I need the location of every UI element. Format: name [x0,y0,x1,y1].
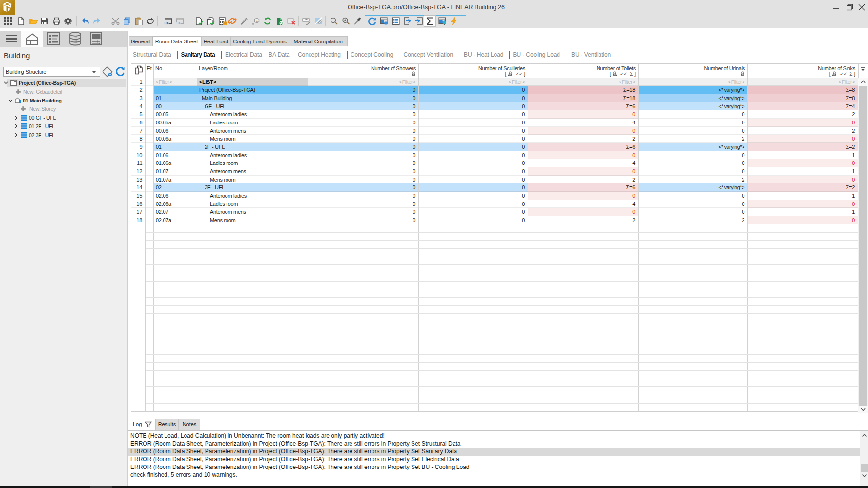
svg-text:1: 1 [256,19,258,22]
